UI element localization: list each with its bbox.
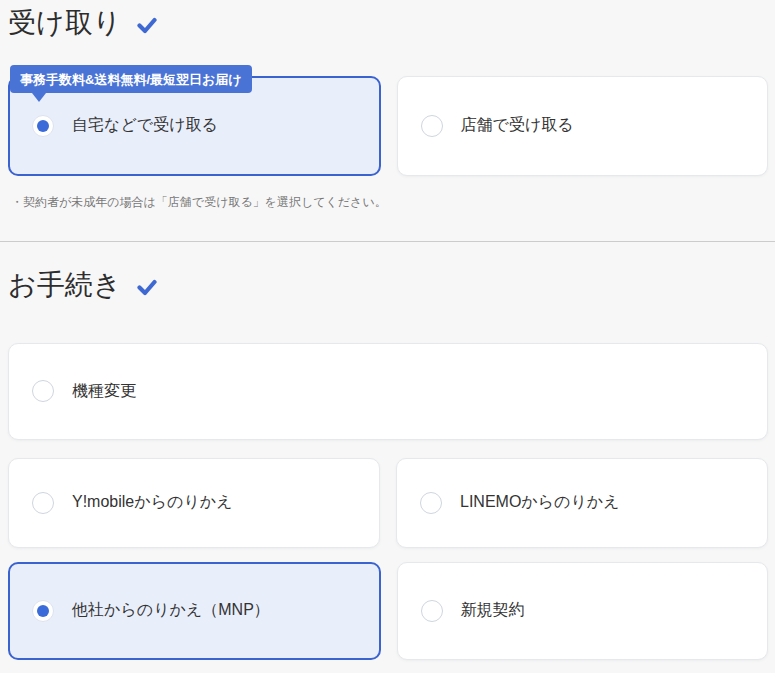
receiving-title-text: 受け取り: [8, 8, 121, 39]
receiving-options-row: 事務手数料&送料無料/最短翌日お届け 自宅などで受け取る 店舗で受け取る: [8, 76, 768, 176]
section-title-procedure: お手続き: [8, 270, 768, 301]
option-store-pickup[interactable]: 店舗で受け取る: [397, 76, 769, 176]
option-mnp-switch[interactable]: 他社からのりかえ（MNP）: [8, 562, 381, 660]
option-linemo-switch-label: LINEMOからのりかえ: [460, 492, 620, 513]
radio-new-contract[interactable]: [421, 600, 443, 622]
option-new-contract-label: 新規契約: [461, 600, 525, 621]
radio-home-pickup[interactable]: [32, 115, 54, 137]
section-title-receiving: 受け取り: [8, 8, 768, 39]
minor-contractor-note: ・契約者が未成年の場合は「店舗で受け取る」を選択してください。: [8, 194, 768, 211]
radio-mnp-switch[interactable]: [32, 600, 54, 622]
option-store-pickup-label: 店舗で受け取る: [461, 115, 574, 136]
option-ymobile-switch-label: Y!mobileからのりかえ: [72, 492, 233, 513]
procedure-title-text: お手続き: [8, 270, 121, 301]
promo-badge: 事務手数料&送料無料/最短翌日お届け: [10, 65, 252, 93]
radio-ymobile-switch[interactable]: [32, 492, 54, 514]
procedure-row-3: 他社からのりかえ（MNP） 新規契約: [8, 562, 768, 660]
section-complete-check-icon: [137, 17, 157, 34]
option-home-pickup-label: 自宅などで受け取る: [72, 115, 218, 136]
option-model-change-label: 機種変更: [72, 381, 136, 402]
radio-store-pickup[interactable]: [421, 115, 443, 137]
procedure-row-2: Y!mobileからのりかえ LINEMOからのりかえ: [8, 458, 768, 548]
radio-model-change[interactable]: [32, 380, 54, 402]
option-model-change[interactable]: 機種変更: [8, 343, 768, 440]
option-mnp-switch-label: 他社からのりかえ（MNP）: [72, 600, 270, 621]
promo-badge-label: 事務手数料&送料無料/最短翌日お届け: [20, 72, 242, 87]
section-complete-check-icon: [137, 279, 157, 296]
section-divider: [0, 241, 775, 242]
option-linemo-switch[interactable]: LINEMOからのりかえ: [396, 458, 768, 548]
order-form-page: 受け取り 事務手数料&送料無料/最短翌日お届け 自宅などで受け取る 店舗で受け取…: [0, 0, 775, 660]
option-ymobile-switch[interactable]: Y!mobileからのりかえ: [8, 458, 380, 548]
procedure-row-1: 機種変更: [8, 343, 768, 440]
radio-linemo-switch[interactable]: [420, 492, 442, 514]
option-new-contract[interactable]: 新規契約: [397, 562, 769, 660]
